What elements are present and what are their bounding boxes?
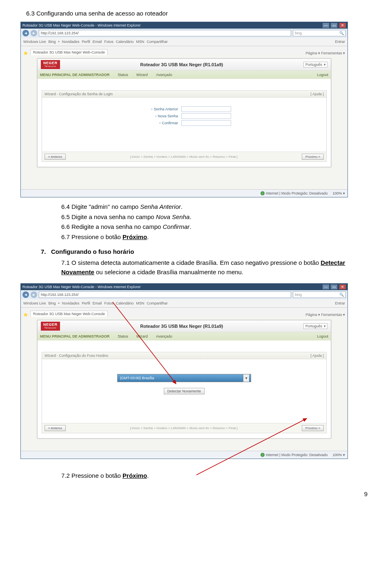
router-header: NEGERTelecom Roteador 3G USB Max Neger (… xyxy=(38,59,331,71)
live-toolbar: Windows Live Bing • Novidades Perfil Ema… xyxy=(21,299,347,308)
tb-item[interactable]: Email xyxy=(93,40,102,44)
ie-status-bar: Internet | Modo Protegido: Desativado 10… xyxy=(21,189,347,197)
forward-icon[interactable]: ► xyxy=(31,30,37,36)
tb-item[interactable]: Fotos xyxy=(104,301,114,305)
close-icon[interactable]: ✕ xyxy=(339,23,346,28)
entrar-link[interactable]: Entrar xyxy=(335,301,345,305)
nav-admin[interactable]: MENU PRINCIPAL DE ADMINISTRADOR xyxy=(40,73,109,77)
window-titlebar: Roteador 3G USB Max Neger Web-Console - … xyxy=(21,22,347,29)
wizard-crumbs: [ Início > Senha > Horário > LAN/WAN > M… xyxy=(68,155,299,159)
new-password-label: Nova Senha xyxy=(137,114,178,118)
zoom-control[interactable]: 100% ▾ xyxy=(332,453,345,457)
nav-advanced[interactable]: Avançado xyxy=(156,334,172,338)
confirm-password-input[interactable] xyxy=(181,120,231,126)
nav-admin[interactable]: MENU PRINCIPAL DE ADMINISTRADOR xyxy=(40,334,109,338)
router-nav: MENU PRINCIPAL DE ADMINISTRADOR Status W… xyxy=(38,332,331,340)
screenshot-2: Roteador 3G USB Max Neger Web-Console - … xyxy=(20,283,348,459)
router-title: Roteador 3G USB Max Neger (R1.01a9) xyxy=(60,324,303,329)
new-password-input[interactable] xyxy=(181,113,231,119)
page-tools[interactable]: Página ▾ Ferramentas ▾ xyxy=(305,51,345,55)
live-toolbar: Windows Live Bing • Novidades Perfil Ema… xyxy=(21,38,347,46)
tb-item[interactable]: Perfil xyxy=(82,40,90,44)
neger-logo: NEGERTelecom xyxy=(41,322,60,331)
back-icon[interactable]: ◄ xyxy=(22,291,29,298)
panel-footer: « Anterior [ Início > Senha > Horário > … xyxy=(42,152,326,161)
search-icon[interactable]: 🔍 xyxy=(339,293,344,297)
btn-proximo-ref: Próximo xyxy=(122,233,147,240)
next-button-2[interactable]: Próximo » xyxy=(302,425,324,431)
tb-item[interactable]: Perfil xyxy=(82,301,90,305)
entrar-link[interactable]: Entrar xyxy=(335,40,345,44)
search-placeholder: bing xyxy=(295,31,302,35)
tb-item[interactable]: Email xyxy=(93,301,102,305)
router-title: Roteador 3G USB Max Neger (R1.01a9) xyxy=(60,62,303,67)
close-icon[interactable]: ✕ xyxy=(339,284,346,289)
url-text: http://192.168.123.254/ xyxy=(41,31,79,35)
live-logo: Windows Live xyxy=(23,301,46,305)
prev-button[interactable]: « Anterior xyxy=(45,154,66,160)
help-link[interactable]: [ Ajuda ] xyxy=(310,354,324,358)
page-tools[interactable]: Página ▾ Ferramentas ▾ xyxy=(305,313,345,317)
tb-item[interactable]: Compartilhar xyxy=(147,301,168,305)
tb-item[interactable]: MSN xyxy=(136,301,144,305)
nav-status[interactable]: Status xyxy=(118,334,128,338)
bing-label: Bing xyxy=(49,301,56,305)
maximize-icon[interactable]: ▭ xyxy=(331,284,337,289)
confirm-password-label: Confirmar xyxy=(137,121,178,125)
screenshot-1: Roteador 3G USB Max Neger Web-Console - … xyxy=(20,22,348,197)
router-console: NEGERTelecom Roteador 3G USB Max Neger (… xyxy=(37,58,331,167)
search-placeholder: bing xyxy=(295,293,302,297)
minimize-icon[interactable]: — xyxy=(323,23,329,28)
instruction-7-1: 7.1 O sistema detecta automaticamente a … xyxy=(61,258,368,277)
address-bar: ◄ ► http://192.168.123.254/ bing 🔍 xyxy=(21,290,347,299)
language-select[interactable]: Português xyxy=(303,323,327,329)
ie-tab-bar: ⭐ Roteador 3G USB Max Neger Web-Console … xyxy=(21,46,347,55)
search-box[interactable]: bing 🔍 xyxy=(293,30,346,36)
zoom-control[interactable]: 100% ▾ xyxy=(332,191,345,195)
globe-icon xyxy=(261,191,265,195)
old-password-label: Senha Anterior xyxy=(137,107,178,111)
browser-tab[interactable]: Roteador 3G USB Max Neger Web-Console xyxy=(30,311,108,317)
nav-logout[interactable]: Logout xyxy=(317,334,328,338)
old-password-input[interactable] xyxy=(181,106,231,112)
minimize-icon[interactable]: — xyxy=(323,284,329,289)
tb-item[interactable]: Calendário xyxy=(116,40,134,44)
address-bar: ◄ ► http://192.168.123.254/ bing 🔍 xyxy=(21,29,347,38)
nav-wizard[interactable]: Wizard xyxy=(136,334,148,338)
password-panel: Wizard · Configuração da Senha de Login … xyxy=(42,90,327,162)
favorites-icon[interactable]: ⭐ xyxy=(23,51,28,55)
browser-tab[interactable]: Roteador 3G USB Max Neger Web-Console xyxy=(30,49,108,55)
window-buttons: — ▭ ✕ xyxy=(322,284,346,289)
next-button[interactable]: Próximo » xyxy=(302,154,324,160)
prev-button[interactable]: « Anterior xyxy=(45,425,66,431)
window-buttons: — ▭ ✕ xyxy=(322,23,346,28)
url-field[interactable]: http://192.168.123.254/ xyxy=(39,30,291,36)
url-text: http://192.168.123.254/ xyxy=(41,293,79,297)
maximize-icon[interactable]: ▭ xyxy=(331,23,337,28)
instructions-6x: 6.4 Digite "admin" no campo Senha Anteri… xyxy=(61,202,368,242)
search-icon[interactable]: 🔍 xyxy=(339,31,344,35)
timezone-form: (GMT-03:00) Brasília Detectar Novamente xyxy=(42,359,326,403)
tb-item[interactable]: Calendário xyxy=(116,301,134,305)
nav-logout[interactable]: Logout xyxy=(317,73,328,77)
tb-item[interactable]: Novidades xyxy=(62,40,80,44)
password-form: Senha Anterior Nova Senha Confirmar xyxy=(42,98,326,152)
tb-item[interactable]: Fotos xyxy=(104,40,114,44)
language-select[interactable]: Português xyxy=(303,62,327,67)
tb-item[interactable]: MSN xyxy=(136,40,144,44)
tb-item[interactable]: Novidades xyxy=(62,301,80,305)
tb-item[interactable]: Compartilhar xyxy=(147,40,168,44)
timezone-select[interactable]: (GMT-03:00) Brasília xyxy=(117,374,251,382)
nav-advanced[interactable]: Avançado xyxy=(156,73,172,77)
url-field[interactable]: http://192.168.123.254/ xyxy=(39,291,291,298)
back-icon[interactable]: ◄ xyxy=(22,30,29,36)
detect-again-button[interactable]: Detectar Novamente xyxy=(164,388,205,394)
nav-status[interactable]: Status xyxy=(118,73,128,77)
nav-wizard[interactable]: Wizard xyxy=(136,73,148,77)
search-box[interactable]: bing 🔍 xyxy=(293,291,346,298)
window-title: Roteador 3G USB Max Neger Web-Console - … xyxy=(22,23,140,27)
window-titlebar: Roteador 3G USB Max Neger Web-Console - … xyxy=(21,284,347,290)
favorites-icon[interactable]: ⭐ xyxy=(23,313,28,317)
forward-icon[interactable]: ► xyxy=(31,291,37,298)
help-link[interactable]: [ Ajuda ] xyxy=(310,92,324,96)
